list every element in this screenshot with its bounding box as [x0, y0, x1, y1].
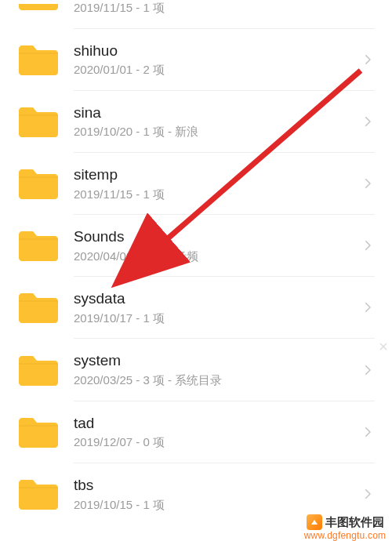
chevron-right-icon: [361, 363, 375, 377]
folder-icon: [17, 477, 58, 511]
folder-text: 2019/11/15 - 1 项: [74, 0, 375, 16]
folder-icon: [17, 42, 58, 77]
folder-row[interactable]: sysdata2019/10/17 - 1 项: [0, 277, 392, 338]
chevron-right-icon: [361, 300, 375, 314]
folder-icon: [17, 104, 58, 139]
folder-meta: 2019/10/17 - 1 项: [74, 310, 354, 326]
folder-text: Sounds2020/04/06 - 4 项 - 音频: [74, 227, 354, 263]
folder-meta: 2019/10/20 - 1 项 - 新浪: [74, 124, 354, 140]
folder-row[interactable]: Sounds2020/04/06 - 4 项 - 音频: [0, 215, 392, 276]
folder-text: system2020/03/25 - 3 项 - 系统目录: [74, 351, 354, 387]
folder-row[interactable]: tad2019/12/07 - 0 项: [0, 401, 392, 463]
folder-row[interactable]: shihuo2020/01/01 - 2 项: [0, 29, 392, 90]
folder-meta: 2020/03/25 - 3 项 - 系统目录: [74, 372, 354, 388]
folder-row[interactable]: tbs2019/10/15 - 1 项: [0, 463, 392, 525]
folder-text: tbs2019/10/15 - 1 项: [74, 476, 354, 512]
folder-icon: [17, 353, 58, 387]
chevron-right-icon: [361, 53, 375, 67]
folder-text: sina2019/10/20 - 1 项 - 新浪: [74, 103, 354, 140]
folder-icon: [17, 228, 58, 263]
folder-name: system: [74, 351, 354, 371]
folder-text: sitemp2019/11/15 - 1 项: [74, 165, 354, 202]
chevron-right-icon: [361, 487, 375, 501]
folder-row[interactable]: sitemp2019/11/15 - 1 项: [0, 153, 392, 214]
folder-meta: 2019/12/07 - 0 项: [74, 434, 354, 450]
folder-meta: 2019/10/15 - 1 项: [74, 497, 354, 513]
folder-name: sitemp: [74, 165, 354, 185]
folder-row[interactable]: system2020/03/25 - 3 项 - 系统目录: [0, 339, 392, 400]
folder-meta: 2020/01/01 - 2 项: [74, 62, 354, 78]
folder-name: tad: [74, 414, 354, 434]
chevron-right-icon: [361, 238, 375, 252]
folder-name: shihuo: [74, 42, 354, 61]
folder-meta: 2019/11/15 - 1 项: [74, 187, 354, 202]
folder-name: sysdata: [74, 289, 354, 309]
folder-name: sina: [74, 103, 354, 123]
chevron-right-icon: [361, 425, 375, 439]
chevron-right-icon: [361, 176, 375, 191]
folder-text: tad2019/12/07 - 0 项: [74, 414, 354, 450]
folder-text: sysdata2019/10/17 - 1 项: [74, 289, 354, 325]
folder-text: shihuo2020/01/01 - 2 项: [74, 42, 354, 78]
folder-list: 2019/11/15 - 1 项 shihuo2020/01/01 - 2 项 …: [0, 0, 392, 525]
folder-meta: 2020/04/06 - 4 项 - 音频: [74, 249, 354, 264]
folder-row[interactable]: 2019/11/15 - 1 项: [0, 0, 392, 28]
chevron-right-icon: [361, 114, 375, 129]
folder-name: tbs: [74, 476, 354, 496]
folder-name: Sounds: [74, 227, 354, 247]
watermark-url: www.dgfengtu.com: [304, 530, 387, 541]
folder-icon: [17, 4, 58, 12]
folder-icon: [17, 415, 58, 449]
folder-icon: [17, 166, 58, 201]
folder-icon: [17, 290, 58, 325]
folder-row[interactable]: sina2019/10/20 - 1 项 - 新浪: [0, 91, 392, 152]
folder-meta: 2019/11/15 - 1 项: [74, 0, 375, 16]
scroll-indicator-icon: [376, 337, 390, 356]
